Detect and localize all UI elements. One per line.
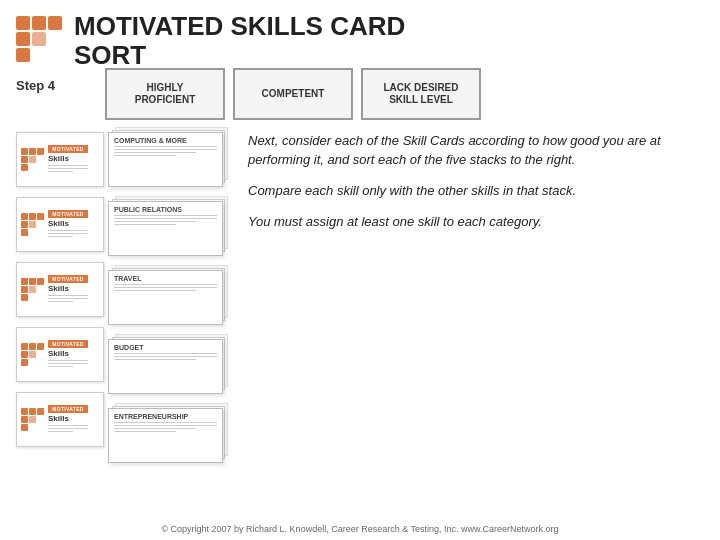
card-text: MOTIVATED Skills (48, 275, 88, 304)
card-title: Skills (48, 154, 88, 163)
category-highly: HIGHLYPROFICIENT (105, 68, 225, 120)
detail-title: TRAVEL (114, 275, 217, 282)
motivated-card-5: MOTIVATED Skills (16, 392, 104, 447)
category-competent: COMPETENT (233, 68, 353, 120)
motivated-card-1: MOTIVATED Skills (16, 132, 104, 187)
card-logo (21, 408, 44, 431)
card-logo (21, 343, 44, 366)
detail-title: BUDGET (114, 344, 217, 351)
card-bar: MOTIVATED (48, 405, 88, 413)
page-title: MOTIVATED SKILLS CARD SORT (74, 12, 405, 69)
text-para-2: Compare each skill only with the other s… (248, 182, 704, 201)
logo-cell (16, 48, 30, 62)
card-logo (21, 278, 44, 301)
detail-card-2: PUBLIC RELATIONS (108, 201, 223, 256)
motivated-card-4: MOTIVATED Skills (16, 327, 104, 382)
detail-card-3: TRAVEL (108, 270, 223, 325)
text-para-1: Next, consider each of the Skill Cards a… (248, 132, 704, 170)
logo-cell (32, 32, 46, 46)
card-text: MOTIVATED Skills (48, 145, 88, 174)
text-content: Next, consider each of the Skill Cards a… (248, 132, 704, 540)
card-title: Skills (48, 349, 88, 358)
detail-column: COMPUTING & MORE PUBLIC RELATIONS TRAVEL… (108, 132, 228, 463)
card-title: Skills (48, 414, 88, 423)
card-bar: MOTIVATED (48, 210, 88, 218)
logo-cell (48, 16, 62, 30)
logo-cell (16, 16, 30, 30)
motivated-column: MOTIVATED Skills MOTIVATED Skills (16, 132, 106, 447)
detail-card-4: BUDGET (108, 339, 223, 394)
card-title: Skills (48, 284, 88, 293)
logo-cell (32, 16, 46, 30)
logo (16, 16, 62, 62)
card-logo (21, 148, 44, 171)
title-block: MOTIVATED SKILLS CARD SORT (74, 12, 405, 69)
category-row: HIGHLYPROFICIENT COMPETENT LACK DESIREDS… (105, 68, 704, 120)
card-bar: MOTIVATED (48, 275, 88, 283)
detail-title: PUBLIC RELATIONS (114, 206, 217, 213)
category-lack: LACK DESIREDSKILL LEVEL (361, 68, 481, 120)
card-text: MOTIVATED Skills (48, 340, 88, 369)
category-lack-label: LACK DESIREDSKILL LEVEL (383, 82, 458, 106)
logo-cell (48, 48, 62, 62)
detail-card-1: COMPUTING & MORE (108, 132, 223, 187)
text-para-3: You must assign at least one skill to ea… (248, 213, 704, 232)
card-logo (21, 213, 44, 236)
card-text: MOTIVATED Skills (48, 405, 88, 434)
motivated-card-3: MOTIVATED Skills (16, 262, 104, 317)
logo-cell (32, 48, 46, 62)
card-bar: MOTIVATED (48, 340, 88, 348)
logo-cell (16, 32, 30, 46)
footer: © Copyright 2007 by Richard L. Knowdell,… (0, 524, 720, 534)
detail-title: ENTREPRENEURSHIP (114, 413, 217, 420)
motivated-card-2: MOTIVATED Skills (16, 197, 104, 252)
header: MOTIVATED SKILLS CARD SORT (0, 0, 720, 75)
category-competent-label: COMPETENT (262, 88, 325, 100)
category-highly-label: HIGHLYPROFICIENT (135, 82, 196, 106)
card-title: Skills (48, 219, 88, 228)
card-text: MOTIVATED Skills (48, 210, 88, 239)
card-bar: MOTIVATED (48, 145, 88, 153)
logo-cell (48, 32, 62, 46)
step-label: Step 4 (16, 78, 55, 93)
detail-card-5: ENTREPRENEURSHIP (108, 408, 223, 463)
detail-title: COMPUTING & MORE (114, 137, 217, 144)
